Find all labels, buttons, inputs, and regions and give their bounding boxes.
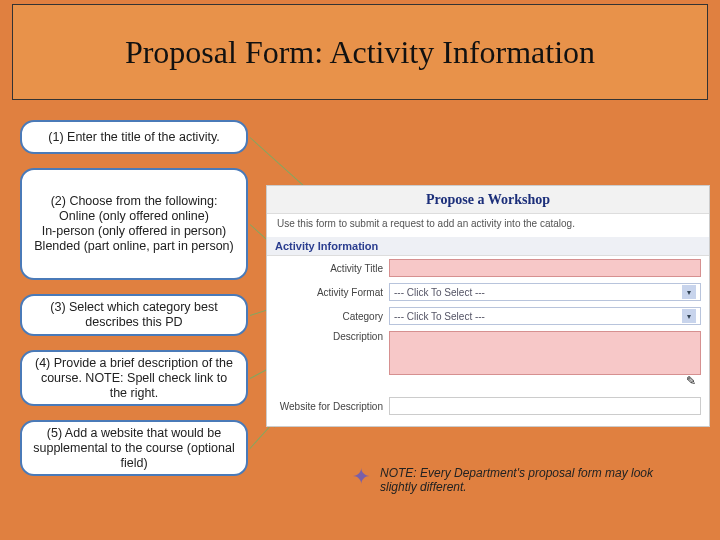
chevron-down-icon: ▾: [682, 285, 696, 299]
label-activity-title: Activity Title: [275, 263, 383, 274]
callout-3: (3) Select which category best describes…: [20, 294, 248, 336]
input-activity-title[interactable]: [389, 259, 701, 277]
row-website: Website for Description: [267, 394, 709, 418]
callout-2-text: (2) Choose from the following: Online (o…: [34, 194, 233, 254]
select-category[interactable]: --- Click To Select --- ▾: [389, 307, 701, 325]
textarea-description[interactable]: ✎: [389, 331, 701, 375]
form-section-heading: Activity Information: [267, 237, 709, 256]
select-activity-format[interactable]: --- Click To Select --- ▾: [389, 283, 701, 301]
callout-3-text: (3) Select which category best describes…: [32, 300, 236, 330]
form-subtext: Use this form to submit a request to add…: [267, 214, 709, 237]
footnote-text: NOTE: Every Department's proposal form m…: [380, 466, 692, 494]
star-icon: ✦: [352, 466, 370, 488]
chevron-down-icon: ▾: [682, 309, 696, 323]
row-activity-title: Activity Title: [267, 256, 709, 280]
callout-5: (5) Add a website that would be suppleme…: [20, 420, 248, 476]
label-activity-format: Activity Format: [275, 287, 383, 298]
spellcheck-icon[interactable]: ✎: [686, 374, 702, 388]
title-banner: Proposal Form: Activity Information: [12, 4, 708, 100]
select-format-value: --- Click To Select ---: [394, 287, 485, 298]
page-title: Proposal Form: Activity Information: [125, 34, 595, 71]
row-description: Description ✎: [267, 328, 709, 378]
callout-1: (1) Enter the title of the activity.: [20, 120, 248, 154]
callout-2: (2) Choose from the following: Online (o…: [20, 168, 248, 280]
footnote: ✦ NOTE: Every Department's proposal form…: [352, 466, 692, 494]
row-activity-format: Activity Format --- Click To Select --- …: [267, 280, 709, 304]
callout-4-text: (4) Provide a brief description of the c…: [32, 356, 236, 401]
label-website: Website for Description: [275, 401, 383, 412]
row-category: Category --- Click To Select --- ▾: [267, 304, 709, 328]
label-category: Category: [275, 311, 383, 322]
label-description: Description: [275, 331, 383, 342]
callout-4: (4) Provide a brief description of the c…: [20, 350, 248, 406]
form-screenshot: Propose a Workshop Use this form to subm…: [266, 185, 710, 427]
form-header: Propose a Workshop: [267, 186, 709, 214]
callout-1-text: (1) Enter the title of the activity.: [48, 130, 219, 145]
input-website[interactable]: [389, 397, 701, 415]
callout-5-text: (5) Add a website that would be suppleme…: [32, 426, 236, 471]
select-category-value: --- Click To Select ---: [394, 311, 485, 322]
